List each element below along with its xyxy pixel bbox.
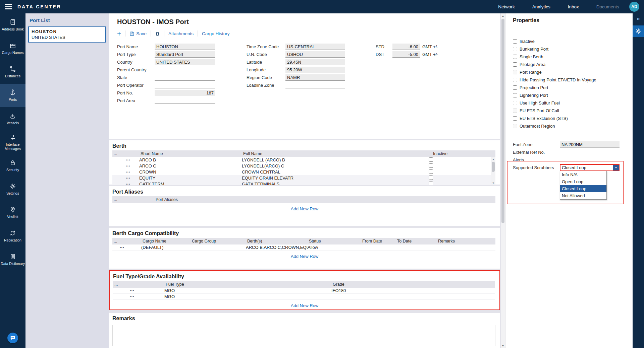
loadline-zone-field[interactable] [285, 82, 345, 88]
scroll-down-icon[interactable]: ▼ [491, 181, 495, 185]
checkbox-projection-port[interactable]: Projection Port [513, 84, 633, 91]
dropdown-option-open-loop[interactable]: Open Loop [560, 178, 606, 185]
row-menu-icon[interactable]: ••• [112, 164, 139, 168]
berth-scrollbar[interactable]: ▲ ▼ [491, 157, 495, 185]
berth-row[interactable]: ••• ARCO B LYONDELL (ARCO) B [112, 157, 491, 163]
inactive-checkbox[interactable] [429, 163, 433, 168]
sidebar-item-settings[interactable]: Settings [0, 178, 25, 201]
berth-table-header: ... Short Name Full Name Inactive [112, 150, 495, 157]
country-field[interactable] [155, 59, 215, 65]
berth-section: Berth ... Short Name Full Name Inactive … [109, 140, 500, 185]
latitude-field[interactable] [285, 59, 345, 65]
attachments-link[interactable]: Attachments [168, 31, 194, 36]
nav-network[interactable]: Network [498, 4, 515, 9]
collapse-panel-icon[interactable]: « [637, 15, 640, 22]
cargo-history-link[interactable]: Cargo History [202, 31, 230, 36]
supported-scrubbers-select[interactable]: Closed Loop ▼ [560, 164, 620, 171]
sidebar-item-replication[interactable]: Replication [0, 224, 25, 248]
state-field[interactable] [155, 74, 215, 81]
checkbox-hide-passing-point[interactable]: Hide Passing Point ETA/ETD In Voyage [513, 76, 633, 84]
sidebar-item-cargo-names[interactable]: Cargo Names [0, 37, 25, 60]
scroll-up-icon[interactable]: ▲ [501, 13, 505, 18]
inactive-checkbox[interactable] [429, 182, 433, 186]
scroll-down-icon[interactable]: ▼ [501, 343, 505, 348]
sidebar-item-interface-messages[interactable]: Interface Messages [0, 131, 25, 154]
un-code-field[interactable] [285, 51, 345, 58]
dropdown-option-not-allowed[interactable]: Not Allowed [560, 192, 606, 199]
checkbox-single-berth[interactable]: Single Berth [513, 53, 633, 61]
port-area-field[interactable] [155, 97, 215, 104]
dst-field[interactable] [392, 51, 420, 58]
delete-icon[interactable] [155, 31, 160, 36]
checkbox-pilotage-area[interactable]: Pilotage Area [513, 61, 633, 68]
fuel-zone-field[interactable] [560, 141, 620, 148]
nav-inbox[interactable]: Inbox [568, 4, 579, 9]
nav-analytics[interactable]: Analytics [532, 4, 550, 9]
dropdown-option-info-na[interactable]: Info N/A [560, 171, 606, 178]
scroll-up-icon[interactable]: ▲ [491, 157, 495, 161]
sidebar-item-vessels[interactable]: Vessels [0, 107, 25, 131]
berth-row[interactable]: ••• CROWN CROWN CENTRAL [112, 169, 491, 175]
user-avatar[interactable]: AD [629, 2, 639, 12]
row-menu-icon[interactable]: ••• [112, 177, 139, 180]
checkbox-inactive[interactable]: Inactive [513, 38, 633, 45]
inactive-checkbox[interactable] [429, 176, 433, 180]
checkbox-eu-ets-exclusion[interactable]: EU ETS Exclusion (STS) [513, 115, 633, 122]
port-aliases-section: Port Aliases ... Port Aliases Add New Ro… [109, 186, 500, 226]
chat-button[interactable] [7, 333, 18, 343]
sidebar-item-data-dictionary[interactable]: Data Dictionary [0, 248, 25, 271]
fuel-grade-row[interactable]: ••• MGO [113, 294, 495, 300]
port-name-field[interactable] [155, 44, 215, 50]
checkbox-port-range: Port Range [513, 68, 633, 76]
sidebar-item-address-book[interactable]: Address Book [0, 13, 25, 37]
port-type-field[interactable] [155, 51, 215, 58]
berth-row[interactable]: ••• GATX TERM GATX TERMINALS [112, 181, 491, 185]
sidebar-item-security[interactable]: Security [0, 154, 25, 178]
port-list-item-houston[interactable]: HOUSTON UNITED STATES [28, 26, 106, 43]
menu-icon[interactable] [5, 3, 12, 11]
add-new-row-link[interactable]: Add New Row [109, 206, 500, 211]
region-code-field[interactable] [285, 74, 345, 81]
fuel-grade-row[interactable]: ••• MGO IFO180 [113, 288, 495, 294]
chevron-down-icon[interactable]: ▼ [613, 165, 619, 170]
berth-cargo-row[interactable]: ••• (DEFAULT) ARCO B,ARCO C,CROWN,EQUIT … [112, 245, 495, 251]
row-menu-icon[interactable]: ••• [112, 183, 139, 186]
top-bar: DATA CENTER Network Analytics Inbox Docu… [0, 0, 644, 13]
sidebar-item-ports[interactable]: Ports [0, 84, 25, 107]
port-operator-field[interactable] [155, 82, 215, 88]
nav-documents[interactable]: Documents [596, 4, 619, 9]
row-menu-icon[interactable]: ••• [112, 158, 139, 162]
inactive-checkbox[interactable] [429, 157, 433, 162]
field-label: DST [376, 52, 392, 57]
settings-gear-button[interactable] [633, 25, 644, 37]
remarks-input[interactable] [112, 325, 495, 346]
dropdown-option-closed-loop[interactable]: Closed Loop [560, 185, 606, 192]
row-menu-icon[interactable]: ••• [113, 289, 164, 292]
save-button[interactable]: Save [129, 31, 147, 36]
sidebar-item-veslink[interactable]: Veslink [0, 201, 25, 224]
add-new-row-link[interactable]: Add New Row [110, 303, 499, 308]
field-label: Latitude [247, 60, 285, 65]
longitude-field[interactable] [285, 67, 345, 73]
add-icon[interactable]: + [117, 30, 121, 37]
inactive-checkbox[interactable] [429, 169, 433, 174]
checkbox-bunkering-port[interactable]: Bunkering Port [513, 45, 633, 53]
berth-row[interactable]: ••• ARCO C LYONDELL(ARCO) C [112, 163, 491, 169]
checkbox-use-high-sulfur-fuel[interactable]: Use High Sulfur Fuel [513, 99, 633, 107]
sidebar-item-distances[interactable]: Distances [0, 60, 25, 84]
checkbox-lightering-port[interactable]: Lightering Port [513, 91, 633, 99]
add-new-row-link[interactable]: Add New Row [109, 254, 500, 259]
berth-row[interactable]: ••• EQUITY EQUITY GRAIN ELEVATR [112, 175, 491, 181]
row-menu-icon[interactable]: ••• [112, 246, 141, 249]
std-field[interactable] [392, 44, 420, 50]
field-label: Port No. [117, 90, 155, 95]
field-label: STD [376, 44, 392, 49]
parent-country-field[interactable] [155, 67, 215, 73]
time-zone-code-field[interactable] [285, 44, 345, 50]
port-no-field[interactable] [155, 90, 215, 96]
field-label: Parent Country [117, 67, 155, 72]
row-menu-icon[interactable]: ••• [112, 170, 139, 174]
right-edge-strip: « [633, 13, 644, 348]
main-scrollbar[interactable]: ▲ ▼ [501, 13, 505, 348]
row-menu-icon[interactable]: ••• [113, 295, 164, 298]
